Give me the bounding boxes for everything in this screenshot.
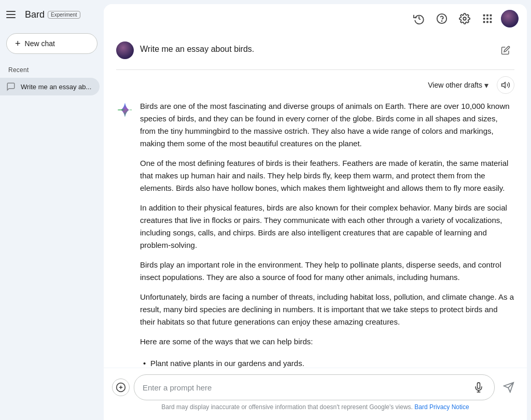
- help-icon: [436, 13, 448, 24]
- input-row: [112, 374, 519, 400]
- sidebar: Bard Experiment + New chat Recent Write …: [0, 0, 104, 420]
- history-icon: [413, 13, 425, 24]
- privacy-notice-link[interactable]: Bard Privacy Notice: [414, 403, 469, 411]
- prompt-input-wrapper: [134, 374, 495, 400]
- svg-rect-8: [490, 18, 492, 20]
- svg-rect-10: [486, 21, 488, 23]
- response-paragraph-4: Birds play an important role in the envi…: [140, 259, 514, 284]
- response-bullet-list: Plant native plants in our gardens and y…: [140, 355, 514, 368]
- recent-section-label: Recent: [0, 64, 104, 78]
- svg-rect-4: [486, 15, 488, 17]
- text-to-speech-button[interactable]: [497, 76, 514, 94]
- edit-message-button[interactable]: [497, 41, 514, 59]
- add-content-button[interactable]: [112, 379, 130, 396]
- response-content: Birds are one of the most fascinating an…: [140, 100, 514, 368]
- send-button[interactable]: [499, 377, 519, 397]
- experiment-badge: Experiment: [48, 11, 80, 19]
- svg-rect-11: [490, 21, 492, 23]
- topbar: [104, 4, 527, 33]
- menu-icon[interactable]: [6, 8, 19, 21]
- input-area: Bard may display inaccurate or offensive…: [104, 368, 527, 420]
- user-message-text: Write me an essay about birds.: [140, 41, 491, 54]
- bard-logo: Bard Experiment: [25, 9, 80, 20]
- edit-icon: [501, 46, 510, 55]
- view-other-drafts-label: View other drafts: [428, 81, 482, 89]
- settings-button[interactable]: [455, 9, 474, 28]
- bard-star-icon: [116, 101, 134, 119]
- history-button[interactable]: [410, 9, 428, 28]
- response-area: View other drafts ▾: [116, 69, 514, 368]
- new-chat-button[interactable]: + New chat: [6, 33, 97, 54]
- apps-icon: [482, 13, 493, 24]
- recent-item-text: Write me an essay ab...: [21, 83, 91, 91]
- chat-area: Write me an essay about birds. View othe…: [104, 33, 527, 368]
- user-message-row: Write me an essay about birds.: [116, 33, 514, 69]
- svg-point-2: [463, 17, 466, 20]
- speaker-icon: [501, 80, 510, 90]
- new-chat-label: New chat: [25, 39, 55, 48]
- plus-icon: +: [15, 39, 21, 48]
- bullet-item-1: Plant native plants in our gardens and y…: [140, 355, 514, 368]
- view-other-drafts-button[interactable]: View other drafts ▾: [424, 78, 493, 92]
- sidebar-header: Bard Experiment: [0, 4, 104, 29]
- prompt-input[interactable]: [143, 383, 467, 392]
- svg-rect-9: [483, 21, 485, 23]
- settings-icon: [459, 13, 470, 24]
- response-paragraph-1: Birds are one of the most fascinating an…: [140, 100, 514, 150]
- bard-response-row: Birds are one of the most fascinating an…: [116, 100, 514, 368]
- disclaimer: Bard may display inaccurate or offensive…: [112, 400, 519, 416]
- chat-icon: [6, 82, 16, 91]
- main-content: Write me an essay about birds. View othe…: [104, 4, 527, 420]
- response-paragraph-3: In addition to their physical features, …: [140, 202, 514, 251]
- svg-rect-6: [483, 18, 485, 20]
- response-paragraph-2: One of the most defining features of bir…: [140, 157, 514, 194]
- user-avatar[interactable]: [501, 10, 519, 27]
- svg-marker-12: [502, 82, 506, 88]
- svg-rect-3: [483, 15, 485, 17]
- sidebar-item-essay[interactable]: Write me an essay ab...: [0, 78, 100, 95]
- microphone-button[interactable]: [471, 380, 486, 395]
- user-message-avatar: [116, 41, 134, 59]
- response-paragraph-5: Unfortunately, birds are facing a number…: [140, 291, 514, 328]
- apps-button[interactable]: [478, 9, 497, 28]
- send-icon: [503, 382, 514, 393]
- help-button[interactable]: [432, 9, 451, 28]
- disclaimer-text: Bard may display inaccurate or offensive…: [161, 403, 413, 411]
- response-paragraph-6: Here are some of the ways that we can he…: [140, 335, 514, 348]
- svg-rect-7: [486, 18, 488, 20]
- plus-circle-icon: [116, 382, 126, 393]
- microphone-icon: [473, 382, 484, 393]
- bard-name: Bard: [25, 9, 45, 20]
- svg-rect-5: [490, 15, 492, 17]
- draft-controls: View other drafts ▾: [116, 76, 514, 94]
- chevron-down-icon: ▾: [484, 80, 488, 90]
